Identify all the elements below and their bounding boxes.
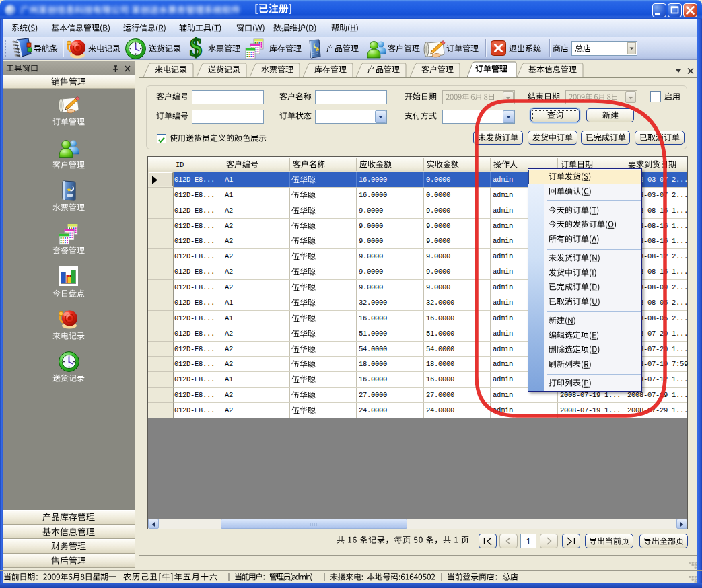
svg-text:$: $ (190, 37, 203, 59)
